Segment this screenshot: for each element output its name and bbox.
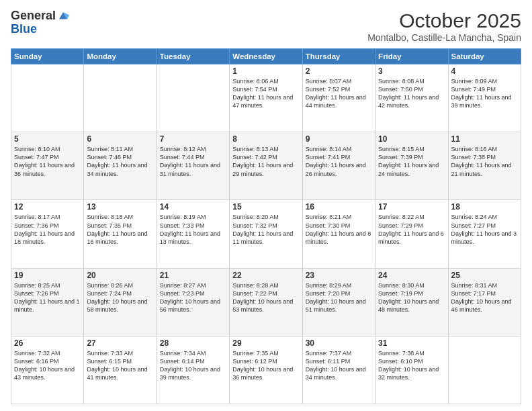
calendar-cell: 7Sunrise: 8:12 AMSunset: 7:44 PMDaylight… bbox=[157, 132, 229, 200]
calendar-cell: 10Sunrise: 8:15 AMSunset: 7:39 PMDayligh… bbox=[375, 132, 448, 200]
day-number: 10 bbox=[378, 134, 445, 144]
day-info: Sunrise: 8:20 AMSunset: 7:32 PMDaylight:… bbox=[232, 213, 299, 246]
calendar-cell: 26Sunrise: 7:32 AMSunset: 6:16 PMDayligh… bbox=[11, 336, 84, 404]
day-number: 23 bbox=[306, 271, 372, 280]
day-info: Sunrise: 7:37 AMSunset: 6:11 PMDaylight:… bbox=[306, 349, 372, 382]
day-number: 2 bbox=[306, 66, 372, 76]
day-info: Sunrise: 7:35 AMSunset: 6:12 PMDaylight:… bbox=[232, 349, 299, 382]
day-number: 13 bbox=[87, 202, 153, 212]
day-number: 19 bbox=[14, 271, 81, 280]
day-info: Sunrise: 8:24 AMSunset: 7:27 PMDaylight:… bbox=[451, 213, 518, 246]
day-info: Sunrise: 8:26 AMSunset: 7:24 PMDaylight:… bbox=[87, 281, 153, 314]
calendar-cell: 22Sunrise: 8:28 AMSunset: 7:22 PMDayligh… bbox=[230, 268, 302, 336]
calendar-cell: 19Sunrise: 8:25 AMSunset: 7:26 PMDayligh… bbox=[11, 268, 84, 336]
day-info: Sunrise: 7:38 AMSunset: 6:10 PMDaylight:… bbox=[378, 349, 445, 382]
day-number: 11 bbox=[451, 134, 518, 144]
col-wednesday: Wednesday bbox=[230, 49, 302, 64]
calendar-cell: 31Sunrise: 7:38 AMSunset: 6:10 PMDayligh… bbox=[375, 336, 448, 404]
day-number: 9 bbox=[306, 134, 372, 144]
day-number: 21 bbox=[160, 271, 226, 280]
calendar-cell: 5Sunrise: 8:10 AMSunset: 7:47 PMDaylight… bbox=[11, 132, 84, 200]
title-block: October 2025 Montalbo, Castille-La Manch… bbox=[367, 9, 521, 43]
calendar-cell: 9Sunrise: 8:14 AMSunset: 7:41 PMDaylight… bbox=[302, 132, 375, 200]
day-info: Sunrise: 8:08 AMSunset: 7:50 PMDaylight:… bbox=[378, 77, 445, 110]
day-info: Sunrise: 8:10 AMSunset: 7:47 PMDaylight:… bbox=[14, 145, 81, 178]
day-info: Sunrise: 8:21 AMSunset: 7:30 PMDaylight:… bbox=[306, 213, 372, 246]
header-row: Sunday Monday Tuesday Wednesday Thursday… bbox=[11, 49, 521, 64]
calendar-cell: 1Sunrise: 8:06 AMSunset: 7:54 PMDaylight… bbox=[230, 64, 302, 132]
day-info: Sunrise: 8:17 AMSunset: 7:36 PMDaylight:… bbox=[14, 213, 81, 246]
calendar-cell: 11Sunrise: 8:16 AMSunset: 7:38 PMDayligh… bbox=[448, 132, 521, 200]
calendar-cell bbox=[84, 64, 157, 132]
calendar-cell: 14Sunrise: 8:19 AMSunset: 7:33 PMDayligh… bbox=[157, 200, 229, 268]
day-number: 5 bbox=[14, 134, 81, 144]
logo-icon bbox=[57, 10, 69, 22]
week-row-2: 5Sunrise: 8:10 AMSunset: 7:47 PMDaylight… bbox=[11, 132, 521, 200]
calendar-cell: 24Sunrise: 8:30 AMSunset: 7:19 PMDayligh… bbox=[375, 268, 448, 336]
col-monday: Monday bbox=[84, 49, 157, 64]
calendar-cell: 4Sunrise: 8:09 AMSunset: 7:49 PMDaylight… bbox=[448, 64, 521, 132]
day-info: Sunrise: 8:13 AMSunset: 7:42 PMDaylight:… bbox=[232, 145, 299, 178]
day-info: Sunrise: 8:30 AMSunset: 7:19 PMDaylight:… bbox=[378, 281, 445, 314]
day-number: 22 bbox=[232, 271, 299, 280]
day-number: 8 bbox=[232, 134, 299, 144]
calendar-cell: 29Sunrise: 7:35 AMSunset: 6:12 PMDayligh… bbox=[230, 336, 302, 404]
day-info: Sunrise: 8:19 AMSunset: 7:33 PMDaylight:… bbox=[160, 213, 226, 246]
day-number: 29 bbox=[232, 338, 299, 348]
day-number: 30 bbox=[306, 338, 372, 348]
day-number: 3 bbox=[378, 66, 445, 76]
col-friday: Friday bbox=[375, 49, 448, 64]
day-info: Sunrise: 7:34 AMSunset: 6:14 PMDaylight:… bbox=[160, 349, 226, 382]
day-number: 24 bbox=[378, 271, 445, 280]
day-number: 20 bbox=[87, 271, 153, 280]
day-info: Sunrise: 8:22 AMSunset: 7:29 PMDaylight:… bbox=[378, 213, 445, 246]
week-row-5: 26Sunrise: 7:32 AMSunset: 6:16 PMDayligh… bbox=[11, 336, 521, 404]
day-info: Sunrise: 8:07 AMSunset: 7:52 PMDaylight:… bbox=[306, 77, 372, 110]
calendar-cell: 28Sunrise: 7:34 AMSunset: 6:14 PMDayligh… bbox=[157, 336, 229, 404]
month-title: October 2025 bbox=[367, 9, 521, 32]
day-info: Sunrise: 8:28 AMSunset: 7:22 PMDaylight:… bbox=[232, 281, 299, 314]
col-thursday: Thursday bbox=[302, 49, 375, 64]
week-row-3: 12Sunrise: 8:17 AMSunset: 7:36 PMDayligh… bbox=[11, 200, 521, 268]
calendar-cell: 13Sunrise: 8:18 AMSunset: 7:35 PMDayligh… bbox=[84, 200, 157, 268]
calendar-cell: 8Sunrise: 8:13 AMSunset: 7:42 PMDaylight… bbox=[230, 132, 302, 200]
calendar-page: General Blue October 2025 Montalbo, Cast… bbox=[0, 0, 532, 411]
day-number: 14 bbox=[160, 202, 226, 212]
day-number: 27 bbox=[87, 338, 153, 348]
day-info: Sunrise: 8:29 AMSunset: 7:20 PMDaylight:… bbox=[306, 281, 372, 314]
day-info: Sunrise: 7:33 AMSunset: 6:15 PMDaylight:… bbox=[87, 349, 153, 382]
day-info: Sunrise: 8:06 AMSunset: 7:54 PMDaylight:… bbox=[232, 77, 299, 110]
location-title: Montalbo, Castille-La Mancha, Spain bbox=[367, 32, 521, 43]
day-number: 7 bbox=[160, 134, 226, 144]
calendar-cell: 18Sunrise: 8:24 AMSunset: 7:27 PMDayligh… bbox=[448, 200, 521, 268]
col-sunday: Sunday bbox=[11, 49, 84, 64]
calendar-table: Sunday Monday Tuesday Wednesday Thursday… bbox=[11, 48, 521, 404]
day-info: Sunrise: 8:16 AMSunset: 7:38 PMDaylight:… bbox=[451, 145, 518, 178]
day-info: Sunrise: 8:31 AMSunset: 7:17 PMDaylight:… bbox=[451, 281, 518, 314]
day-info: Sunrise: 8:18 AMSunset: 7:35 PMDaylight:… bbox=[87, 213, 153, 246]
day-number: 15 bbox=[232, 202, 299, 212]
calendar-cell: 23Sunrise: 8:29 AMSunset: 7:20 PMDayligh… bbox=[302, 268, 375, 336]
day-info: Sunrise: 8:12 AMSunset: 7:44 PMDaylight:… bbox=[160, 145, 226, 178]
calendar-cell: 3Sunrise: 8:08 AMSunset: 7:50 PMDaylight… bbox=[375, 64, 448, 132]
col-tuesday: Tuesday bbox=[157, 49, 229, 64]
calendar-cell: 17Sunrise: 8:22 AMSunset: 7:29 PMDayligh… bbox=[375, 200, 448, 268]
calendar-cell: 12Sunrise: 8:17 AMSunset: 7:36 PMDayligh… bbox=[11, 200, 84, 268]
day-number: 12 bbox=[14, 202, 81, 212]
day-number: 31 bbox=[378, 338, 445, 348]
day-info: Sunrise: 8:25 AMSunset: 7:26 PMDaylight:… bbox=[14, 281, 81, 314]
day-info: Sunrise: 8:15 AMSunset: 7:39 PMDaylight:… bbox=[378, 145, 445, 178]
calendar-cell: 6Sunrise: 8:11 AMSunset: 7:46 PMDaylight… bbox=[84, 132, 157, 200]
logo-blue: Blue bbox=[11, 23, 69, 36]
calendar-cell: 16Sunrise: 8:21 AMSunset: 7:30 PMDayligh… bbox=[302, 200, 375, 268]
calendar-cell: 30Sunrise: 7:37 AMSunset: 6:11 PMDayligh… bbox=[302, 336, 375, 404]
day-number: 1 bbox=[232, 66, 299, 76]
col-saturday: Saturday bbox=[448, 49, 521, 64]
calendar-cell: 15Sunrise: 8:20 AMSunset: 7:32 PMDayligh… bbox=[230, 200, 302, 268]
day-number: 6 bbox=[87, 134, 153, 144]
calendar-cell: 27Sunrise: 7:33 AMSunset: 6:15 PMDayligh… bbox=[84, 336, 157, 404]
calendar-cell: 2Sunrise: 8:07 AMSunset: 7:52 PMDaylight… bbox=[302, 64, 375, 132]
header: General Blue October 2025 Montalbo, Cast… bbox=[11, 9, 521, 43]
day-info: Sunrise: 8:14 AMSunset: 7:41 PMDaylight:… bbox=[306, 145, 372, 178]
week-row-1: 1Sunrise: 8:06 AMSunset: 7:54 PMDaylight… bbox=[11, 64, 521, 132]
